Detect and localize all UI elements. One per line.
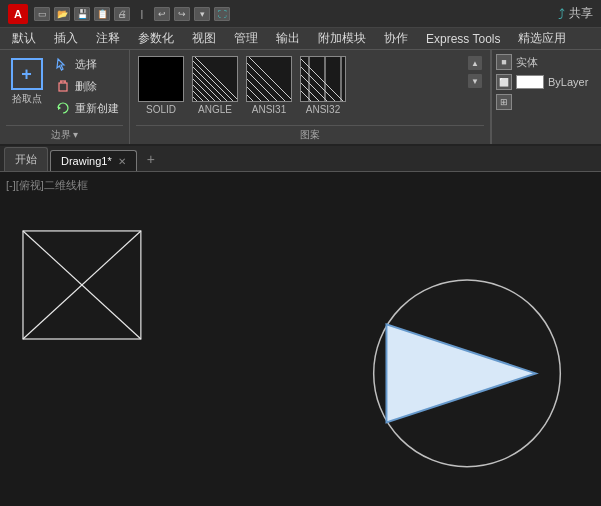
boundary-content: 拾取点 选择 [6,54,123,123]
svg-rect-1 [59,83,67,91]
menu-addons[interactable]: 附加模块 [310,28,374,49]
pick-point-label: 拾取点 [12,92,42,106]
recreate-icon [55,100,71,116]
solid-swatch [138,56,184,102]
ribbon: 拾取点 选择 [0,50,601,146]
ansi32-label: ANSI32 [306,104,340,115]
tab-start[interactable]: 开始 [4,147,48,171]
extra-icon: ⊞ [496,94,512,110]
divider1: | [134,7,150,21]
redo-icon[interactable]: ↪ [174,7,190,21]
svg-rect-23 [301,57,345,101]
angle-swatch [192,56,238,102]
pattern-scroll: ▲ ▼ [466,54,484,90]
delete-icon [55,78,71,94]
share-area: ⤴ 共享 [558,5,593,22]
svg-marker-36 [386,324,535,422]
solid-text: 实体 [516,55,538,70]
app-window: A ▭ 📂 💾 📋 🖨 | ↩ ↪ ▾ ⛶ ⤴ 共享 默认 插入 注释 参数化 … [0,0,601,506]
layer-icon: ⬜ [496,74,512,90]
print-icon[interactable]: 🖨 [114,7,130,21]
tab-bar: 开始 Drawing1* ✕ + [0,146,601,172]
tab-add-button[interactable]: + [139,147,163,171]
right-panel: ■ 实体 ⬜ ByLayer ⊞ [491,50,601,144]
extra-row: ⊞ [496,94,597,110]
bylayer-row: ⬜ ByLayer [496,74,597,90]
svg-marker-5 [58,106,61,110]
solid-row: ■ 实体 [496,54,597,70]
ansi31-swatch [246,56,292,102]
svg-marker-0 [57,59,64,70]
ansi31-label: ANSI31 [252,104,286,115]
select-icon [55,56,71,72]
menu-featured[interactable]: 精选应用 [510,28,574,49]
tab-drawing1[interactable]: Drawing1* ✕ [50,150,137,171]
title-icons: ▭ 📂 💾 📋 🖨 | ↩ ↪ ▾ ⛶ [34,7,230,21]
more-icon[interactable]: ▾ [194,7,210,21]
collab-icon[interactable]: ⛶ [214,7,230,21]
menu-collab[interactable]: 协作 [376,28,416,49]
undo-icon[interactable]: ↩ [154,7,170,21]
bylayer-label: ByLayer [548,76,588,88]
drawing-canvas [0,172,601,506]
svg-rect-16 [247,57,291,101]
drawing-area: [-][俯视]二维线框 [0,172,601,506]
svg-rect-6 [139,57,183,101]
title-bar: A ▭ 📂 💾 📋 🖨 | ↩ ↪ ▾ ⛶ ⤴ 共享 [0,0,601,28]
app-logo: A [8,4,28,24]
pattern-label-bar[interactable]: 图案 [136,125,484,144]
menu-default[interactable]: 默认 [4,28,44,49]
save-as-icon[interactable]: 📋 [94,7,110,21]
tab-drawing1-close[interactable]: ✕ [118,156,126,167]
menu-bar: 默认 插入 注释 参数化 视图 管理 输出 附加模块 协作 Express To… [0,28,601,50]
recreate-button[interactable]: 重新创建 [51,98,123,118]
menu-manage[interactable]: 管理 [226,28,266,49]
boundary-section: 拾取点 选择 [0,50,130,144]
pattern-items: SOLID [136,54,462,117]
solid-label: SOLID [146,104,176,115]
pattern-ansi31[interactable]: ANSI31 [244,54,294,117]
pattern-section: SOLID [130,50,491,144]
share-icon: ⤴ [558,6,565,22]
share-label[interactable]: 共享 [569,5,593,22]
recreate-label: 重新创建 [75,101,119,116]
boundary-label[interactable]: 边界 ▾ [6,125,123,144]
menu-express-tools[interactable]: Express Tools [418,30,508,48]
select-label: 选择 [75,57,97,72]
angle-label: ANGLE [198,104,232,115]
pattern-content: SOLID [136,54,484,123]
menu-insert[interactable]: 插入 [46,28,86,49]
new-icon[interactable]: ▭ [34,7,50,21]
ansi32-swatch [300,56,346,102]
menu-output[interactable]: 输出 [268,28,308,49]
tab-start-label: 开始 [15,152,37,167]
boundary-btn-group: 选择 删除 [51,54,123,118]
scroll-down-arrow[interactable]: ▼ [468,74,482,88]
delete-button[interactable]: 删除 [51,76,123,96]
pick-icon [11,58,43,90]
rect-group [23,231,141,339]
open-icon[interactable]: 📂 [54,7,70,21]
tab-drawing1-label: Drawing1* [61,155,112,167]
pattern-solid[interactable]: SOLID [136,54,186,117]
scroll-up-arrow[interactable]: ▲ [468,56,482,70]
delete-label: 删除 [75,79,97,94]
menu-view[interactable]: 视图 [184,28,224,49]
solid-icon: ■ [496,54,512,70]
select-button[interactable]: 选择 [51,54,123,74]
menu-annotate[interactable]: 注释 [88,28,128,49]
pick-point-button[interactable]: 拾取点 [6,54,47,110]
save-icon[interactable]: 💾 [74,7,90,21]
pattern-angle[interactable]: ANGLE [190,54,240,117]
menu-parametric[interactable]: 参数化 [130,28,182,49]
bylayer-box [516,75,544,89]
pattern-ansi32[interactable]: ANSI32 [298,54,348,117]
circle-triangle-group [374,280,561,467]
